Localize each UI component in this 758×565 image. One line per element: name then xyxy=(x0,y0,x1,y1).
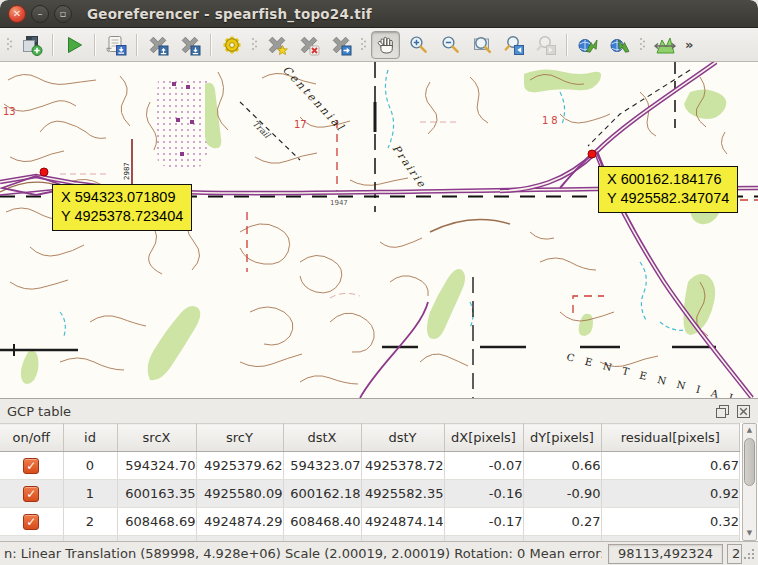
section-13-label: 13 xyxy=(3,106,16,117)
gcp-id-cell[interactable]: 1 xyxy=(63,480,117,508)
map-canvas[interactable]: Centennial Prairie C E N T E N N I A L T… xyxy=(0,62,758,398)
resize-grip[interactable] xyxy=(744,546,757,562)
transformation-settings-button[interactable] xyxy=(217,31,246,59)
zoom-next-button[interactable] xyxy=(531,31,560,59)
gcp-table-row-3[interactable]: ✓3602544.794915557.77602544.094915557.55… xyxy=(0,536,740,542)
gcp-value-cell[interactable]: -0.07 xyxy=(444,452,523,480)
gcp-enabled-checkbox[interactable]: ✓ xyxy=(23,458,39,474)
gcp-column-header-1[interactable]: id xyxy=(63,424,117,452)
zoom-last-button[interactable] xyxy=(499,31,528,59)
gcp-column-header-3[interactable]: srcY xyxy=(196,424,283,452)
minimize-window-button[interactable]: – xyxy=(31,5,49,23)
gcp-table-scrollarea[interactable]: on/offidsrcXsrcYdstXdstYdX[pixels]dY[pix… xyxy=(0,423,758,541)
gcp-value-cell[interactable]: 4925379.62 xyxy=(196,452,283,480)
float-panel-button[interactable] xyxy=(714,404,730,419)
close-panel-button[interactable] xyxy=(735,404,751,419)
gcp-value-cell[interactable]: 594324.70 xyxy=(117,452,196,480)
toolbar-grip[interactable] xyxy=(360,36,366,54)
scrollbar-thumb[interactable] xyxy=(744,438,755,486)
gcp-value-cell[interactable]: 608468.69 xyxy=(117,508,196,536)
gcp-value-cell[interactable]: 594323.07 xyxy=(283,452,361,480)
toolbar-grip[interactable] xyxy=(6,36,12,54)
start-georeferencing-button[interactable] xyxy=(59,31,88,59)
gcp-value-cell[interactable]: -0.90 xyxy=(523,480,601,508)
gcp-id-cell[interactable]: 0 xyxy=(63,452,117,480)
gcp-column-header-6[interactable]: dX[pixels] xyxy=(444,424,523,452)
gcp-value-cell[interactable]: -0.16 xyxy=(444,480,523,508)
gcp-onoff-cell[interactable]: ✓ xyxy=(0,480,63,508)
gcp-onoff-cell[interactable]: ✓ xyxy=(0,452,63,480)
gcp-value-cell[interactable]: 602544.09 xyxy=(283,536,361,542)
gcp-value-cell[interactable]: -0.40 xyxy=(444,536,523,542)
zoom-next-icon xyxy=(535,34,557,56)
gcp-table-row-2[interactable]: ✓2608468.694924874.29608468.404924874.14… xyxy=(0,508,740,536)
gcp-table-panel: GCP table on/offidsrcXsrcYdstXdstYdX[pix… xyxy=(0,398,758,541)
gcp-value-cell[interactable]: -0.17 xyxy=(444,508,523,536)
maximize-window-button[interactable]: ▫ xyxy=(54,5,72,23)
gcp-value-cell[interactable]: 0.67 xyxy=(601,452,740,480)
gcp-value-cell[interactable]: 4924874.14 xyxy=(361,508,444,536)
load-gcp-points-button[interactable] xyxy=(143,31,172,59)
gcp-marker-0[interactable] xyxy=(40,168,48,176)
gcp-value-cell[interactable]: 0.40 xyxy=(601,536,740,542)
gcp-marker-1[interactable] xyxy=(588,150,596,158)
gcp-onoff-cell[interactable]: ✓ xyxy=(0,536,63,542)
gcp-value-cell[interactable]: 0.66 xyxy=(523,452,601,480)
scroll-down-arrow[interactable]: ▼ xyxy=(743,529,756,537)
gcp-value-cell[interactable]: 602544.79 xyxy=(117,536,196,542)
zoom-out-button[interactable] xyxy=(435,31,464,59)
close-window-button[interactable]: ✕ xyxy=(8,5,26,23)
gcp-value-cell[interactable]: -0.03 xyxy=(523,536,601,542)
histogram-stretch-button[interactable] xyxy=(650,31,679,59)
gcp-value-cell[interactable]: 0.92 xyxy=(601,480,740,508)
gcp-column-header-8[interactable]: residual[pixels] xyxy=(601,424,740,452)
gcp-onoff-cell[interactable]: ✓ xyxy=(0,508,63,536)
gcp-column-header-0[interactable]: on/off xyxy=(0,424,63,452)
gcp-column-header-2[interactable]: srcX xyxy=(117,424,196,452)
delete-point-button[interactable] xyxy=(294,31,323,59)
gcp-value-cell[interactable]: 4925580.09 xyxy=(196,480,283,508)
gcp-enabled-checkbox[interactable]: ✓ xyxy=(23,486,39,502)
toolbar-grip[interactable] xyxy=(639,36,645,54)
gcp-column-header-5[interactable]: dstY xyxy=(361,424,444,452)
gcp-id-cell[interactable]: 3 xyxy=(63,536,117,542)
gcp-column-header-4[interactable]: dstX xyxy=(283,424,361,452)
gcp-table-row-0[interactable]: ✓0594324.704925379.62594323.074925378.72… xyxy=(0,452,740,480)
gcp-value-cell[interactable]: 4925582.35 xyxy=(361,480,444,508)
link-qgis-to-georeferencer-button[interactable] xyxy=(605,31,634,59)
section-17-label: 17 xyxy=(294,119,307,130)
toolbar-grip[interactable] xyxy=(251,36,257,54)
gcp-value-cell[interactable]: 0.32 xyxy=(601,508,740,536)
zoom-in-button[interactable] xyxy=(403,31,432,59)
titlebar[interactable]: ✕ – ▫ Georeferencer - spearfish_topo24.t… xyxy=(0,0,758,28)
road-number-label: 1947 xyxy=(330,199,348,207)
toolbar-overflow-button[interactable]: » xyxy=(682,37,696,52)
delete-point-icon xyxy=(298,34,320,56)
open-raster-icon xyxy=(21,34,43,56)
zoom-to-layer-button[interactable] xyxy=(467,31,496,59)
scroll-up-arrow[interactable]: ▲ xyxy=(743,426,756,434)
add-point-icon xyxy=(266,34,288,56)
gcp-value-cell[interactable]: 0.27 xyxy=(523,508,601,536)
gcp-id-cell[interactable]: 2 xyxy=(63,508,117,536)
gcp-value-cell[interactable]: 600162.18 xyxy=(283,480,361,508)
link-georeferencer-to-qgis-button[interactable] xyxy=(573,31,602,59)
gcp-value-cell[interactable]: 4925378.72 xyxy=(361,452,444,480)
move-point-icon xyxy=(330,34,352,56)
pan-button[interactable] xyxy=(371,31,400,59)
gcp-table-row-1[interactable]: ✓1600163.354925580.09600162.184925582.35… xyxy=(0,480,740,508)
gcp-value-cell[interactable]: 600163.35 xyxy=(117,480,196,508)
open-raster-button[interactable] xyxy=(17,31,46,59)
move-point-button[interactable] xyxy=(326,31,355,59)
add-point-button[interactable] xyxy=(262,31,291,59)
gcp-enabled-checkbox[interactable]: ✓ xyxy=(23,514,39,530)
partial-spinbox[interactable]: 2 xyxy=(727,544,742,564)
gcp-value-cell[interactable]: 608468.40 xyxy=(283,508,361,536)
gcp-value-cell[interactable]: 4915557.77 xyxy=(196,536,283,542)
generate-gdal-script-button[interactable] xyxy=(101,31,130,59)
gcp-value-cell[interactable]: 4915557.55 xyxy=(361,536,444,542)
gcp-column-header-7[interactable]: dY[pixels] xyxy=(523,424,601,452)
save-gcp-points-button[interactable] xyxy=(175,31,204,59)
gcp-value-cell[interactable]: 4924874.29 xyxy=(196,508,283,536)
vertical-scrollbar[interactable]: ▲ ▼ xyxy=(742,423,757,541)
